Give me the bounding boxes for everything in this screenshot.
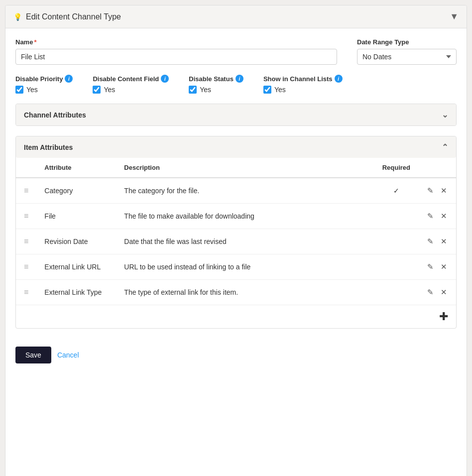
disable-status-yes: Yes	[200, 86, 211, 94]
show-in-channel-lists-group: Show in Channel Lists i Yes	[263, 75, 343, 94]
attr-description: The type of external link for this item.	[116, 280, 374, 305]
attr-name: Category	[36, 178, 116, 204]
attr-name: External Link Type	[36, 280, 116, 305]
panel-body: Name* Date Range Type No Dates Single Da…	[5, 28, 467, 329]
th-handle	[16, 158, 36, 178]
panel-header: 💡 Edit Content Channel Type ▼	[5, 5, 467, 28]
attr-actions: ✎ ✕	[418, 254, 456, 280]
name-date-row: Name* Date Range Type No Dates Single Da…	[15, 38, 457, 65]
table-row: ≡External Link TypeThe type of external …	[16, 280, 456, 305]
drag-handle[interactable]: ≡	[16, 204, 36, 229]
item-attributes-chevron-icon: ⌃	[442, 142, 448, 152]
disable-status-checkbox[interactable]	[189, 86, 197, 94]
add-attribute-row: ✚	[16, 305, 456, 328]
disable-status-info-icon[interactable]: i	[236, 75, 243, 83]
table-row: ≡External Link URLURL to be used instead…	[16, 254, 456, 280]
table-header-row: Attribute Description Required	[16, 158, 456, 178]
disable-status-value: Yes	[189, 86, 243, 94]
attr-name: Revision Date	[36, 229, 116, 254]
item-attributes-body: Attribute Description Required ≡Category…	[16, 158, 456, 328]
drag-handle[interactable]: ≡	[16, 178, 36, 204]
table-row: ≡CategoryThe category for the file.✓ ✎ ✕	[16, 178, 456, 204]
drag-handle[interactable]: ≡	[16, 280, 36, 305]
channel-attributes-label: Channel Attributes	[24, 111, 86, 119]
show-in-channel-lists-yes: Yes	[274, 86, 286, 94]
name-input[interactable]	[15, 49, 337, 65]
disable-priority-checkbox[interactable]	[15, 86, 23, 94]
item-attributes-label: Item Attributes	[24, 143, 73, 151]
panel-collapse-button[interactable]: ▼	[450, 11, 459, 22]
panel-title: 💡 Edit Content Channel Type	[13, 12, 121, 21]
attr-required	[374, 204, 418, 229]
edit-attribute-button[interactable]: ✎	[426, 236, 435, 247]
attr-actions: ✎ ✕	[418, 280, 456, 305]
disable-content-field-info-icon[interactable]: i	[161, 75, 169, 83]
attr-required: ✓	[374, 178, 418, 204]
table-row: ≡Revision DateDate that the file was las…	[16, 229, 456, 254]
delete-attribute-button[interactable]: ✕	[440, 261, 448, 272]
checkboxes-row: Disable Priority i Yes Disable Content F…	[15, 75, 457, 94]
th-required: Required	[374, 158, 418, 178]
item-attributes-table: Attribute Description Required ≡Category…	[16, 158, 456, 305]
edit-attribute-button[interactable]: ✎	[426, 211, 435, 222]
attr-description: The file to make available for downloadi…	[116, 204, 374, 229]
attr-required	[374, 280, 418, 305]
edit-panel: 💡 Edit Content Channel Type ▼ Name* Date…	[5, 5, 467, 476]
form-footer: Save Cancel	[5, 339, 467, 371]
show-in-channel-lists-label: Show in Channel Lists i	[263, 75, 343, 83]
attr-description: Date that the file was last revised	[116, 229, 374, 254]
date-range-select[interactable]: No Dates Single Date Date Range	[357, 49, 457, 65]
attr-description: URL to be used instead of linking to a f…	[116, 254, 374, 280]
show-in-channel-lists-checkbox[interactable]	[263, 86, 271, 94]
attr-name: External Link URL	[36, 254, 116, 280]
cancel-button[interactable]: Cancel	[57, 347, 79, 363]
attr-description: The category for the file.	[116, 178, 374, 204]
th-description: Description	[116, 158, 374, 178]
th-actions	[418, 158, 456, 178]
date-range-field-group: Date Range Type No Dates Single Date Dat…	[357, 38, 457, 65]
table-row: ≡FileThe file to make available for down…	[16, 204, 456, 229]
edit-attribute-button[interactable]: ✎	[426, 185, 435, 196]
delete-attribute-button[interactable]: ✕	[440, 211, 448, 222]
disable-priority-yes: Yes	[26, 86, 38, 94]
edit-attribute-button[interactable]: ✎	[426, 261, 435, 272]
edit-attribute-button[interactable]: ✎	[426, 287, 435, 298]
drag-handle[interactable]: ≡	[16, 229, 36, 254]
name-field-group: Name*	[15, 38, 337, 65]
th-attribute: Attribute	[36, 158, 116, 178]
channel-attributes-section: Channel Attributes ⌄	[15, 104, 457, 126]
disable-content-field-checkbox[interactable]	[93, 86, 101, 94]
attr-actions: ✎ ✕	[418, 204, 456, 229]
disable-status-group: Disable Status i Yes	[189, 75, 243, 94]
channel-attributes-header[interactable]: Channel Attributes ⌄	[16, 104, 456, 125]
bulb-icon: 💡	[13, 13, 22, 21]
disable-status-label: Disable Status i	[189, 75, 243, 83]
show-in-channel-lists-info-icon[interactable]: i	[335, 75, 343, 83]
attr-actions: ✎ ✕	[418, 178, 456, 204]
date-range-label: Date Range Type	[357, 38, 457, 46]
name-label: Name*	[15, 38, 337, 46]
disable-content-field-yes: Yes	[104, 86, 115, 94]
disable-content-field-label: Disable Content Field i	[93, 75, 169, 83]
attr-actions: ✎ ✕	[418, 229, 456, 254]
add-attribute-button[interactable]: ✚	[439, 311, 448, 322]
disable-priority-info-icon[interactable]: i	[65, 75, 73, 83]
attr-required	[374, 254, 418, 280]
disable-content-field-group: Disable Content Field i Yes	[93, 75, 169, 94]
item-attributes-section: Item Attributes ⌃ Attribute Description …	[15, 136, 457, 329]
channel-attributes-chevron-icon: ⌄	[442, 110, 448, 119]
attr-name: File	[36, 204, 116, 229]
disable-priority-value: Yes	[15, 86, 73, 94]
save-button[interactable]: Save	[15, 347, 51, 363]
panel-title-text: Edit Content Channel Type	[26, 12, 121, 21]
disable-priority-group: Disable Priority i Yes	[15, 75, 73, 94]
delete-attribute-button[interactable]: ✕	[440, 236, 448, 247]
disable-priority-label: Disable Priority i	[15, 75, 73, 83]
item-attributes-header[interactable]: Item Attributes ⌃	[16, 136, 456, 158]
delete-attribute-button[interactable]: ✕	[440, 287, 448, 298]
disable-content-field-value: Yes	[93, 86, 169, 94]
attr-required	[374, 229, 418, 254]
delete-attribute-button[interactable]: ✕	[440, 185, 448, 196]
show-in-channel-lists-value: Yes	[263, 86, 343, 94]
drag-handle[interactable]: ≡	[16, 254, 36, 280]
